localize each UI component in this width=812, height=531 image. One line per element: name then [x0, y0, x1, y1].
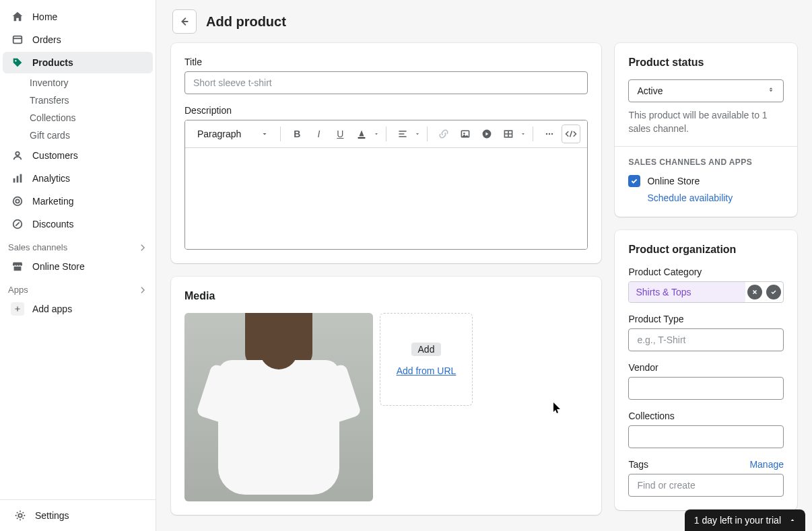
products-icon	[11, 56, 24, 69]
nav-add-apps-label: Add apps	[32, 304, 72, 314]
svg-point-1	[15, 60, 16, 61]
chevron-right-icon	[138, 285, 147, 295]
product-status-card: Product status Active This product will …	[615, 43, 797, 217]
confirm-category-button[interactable]	[766, 285, 781, 299]
title-label: Title	[184, 57, 588, 67]
trial-banner[interactable]: 1 day left in your trial	[685, 509, 805, 531]
description-editor: Paragraph B I U	[184, 120, 588, 250]
paragraph-dropdown[interactable]: Paragraph	[192, 126, 273, 142]
nav-transfers[interactable]: Transfers	[0, 92, 156, 109]
main-content: Add product Title Description P	[156, 0, 812, 531]
nav-home[interactable]: Home	[3, 6, 153, 28]
product-type-input[interactable]	[628, 328, 784, 351]
media-thumbnail[interactable]	[184, 313, 373, 501]
nav-orders[interactable]: Orders	[3, 29, 153, 50]
store-icon	[11, 260, 24, 273]
video-button[interactable]	[477, 125, 496, 143]
svg-point-9	[18, 514, 22, 517]
tags-input[interactable]	[628, 474, 784, 497]
status-select[interactable]: Active	[628, 79, 784, 102]
nav-home-label: Home	[32, 11, 57, 22]
category-label: Product Category	[628, 267, 784, 277]
product-status-heading: Product status	[628, 57, 784, 69]
nav-discounts-label: Discounts	[32, 219, 73, 229]
svg-rect-5	[20, 174, 22, 183]
nav-products[interactable]: Products	[3, 52, 153, 73]
svg-rect-0	[13, 36, 22, 44]
nav-online-store-label: Online Store	[32, 261, 85, 272]
svg-rect-4	[17, 176, 19, 182]
more-button[interactable]	[540, 125, 559, 143]
nav-add-apps[interactable]: Add apps	[3, 298, 153, 320]
svg-rect-3	[13, 178, 15, 182]
media-dropzone[interactable]: Add Add from URL	[380, 313, 473, 406]
orders-icon	[11, 33, 24, 46]
nav-settings-label: Settings	[35, 510, 69, 521]
online-store-checkbox[interactable]	[628, 175, 640, 187]
svg-point-12	[464, 133, 465, 134]
marketing-icon	[11, 194, 24, 208]
chevron-right-icon	[138, 243, 147, 252]
nav-customers-label: Customers	[32, 150, 78, 161]
sidebar: Home Orders Products Inventory Transfers…	[0, 0, 156, 531]
product-organization-card: Product organization Product Category Sh…	[615, 230, 797, 510]
nav-analytics[interactable]: Analytics	[3, 168, 153, 189]
caret-up-icon	[789, 517, 796, 524]
schedule-availability-link[interactable]: Schedule availability	[647, 192, 733, 203]
status-help-text: This product will be available to 1 sale…	[628, 109, 784, 135]
align-button[interactable]	[393, 125, 412, 143]
collections-input[interactable]	[628, 425, 784, 448]
link-button[interactable]	[434, 125, 453, 143]
svg-point-16	[549, 133, 550, 135]
italic-button[interactable]: I	[309, 125, 328, 143]
product-type-label: Product Type	[628, 314, 784, 324]
underline-button[interactable]: U	[331, 125, 349, 143]
trial-text: 1 day left in your trial	[694, 515, 781, 526]
add-from-url-link[interactable]: Add from URL	[397, 365, 456, 376]
caret-down-icon	[520, 131, 526, 137]
nav-marketing[interactable]: Marketing	[3, 190, 153, 212]
text-color-button[interactable]	[352, 125, 371, 143]
image-button[interactable]	[456, 125, 475, 143]
status-value: Active	[637, 85, 663, 96]
plus-square-icon	[11, 302, 24, 316]
clear-category-button[interactable]	[747, 285, 762, 299]
nav-collections[interactable]: Collections	[0, 109, 156, 127]
svg-rect-10	[358, 137, 366, 139]
add-media-button[interactable]: Add	[411, 343, 442, 356]
apps-header[interactable]: Apps	[0, 278, 156, 297]
media-card: Media Add	[171, 277, 601, 515]
online-store-label: Online Store	[647, 176, 700, 186]
nav-products-label: Products	[32, 57, 73, 68]
html-button[interactable]	[562, 125, 580, 143]
page-title: Add product	[206, 14, 286, 30]
category-value[interactable]: Shirts & Tops	[629, 282, 745, 302]
nav-customers[interactable]: Customers	[3, 145, 153, 166]
gear-icon	[13, 509, 27, 522]
caret-down-icon	[261, 131, 268, 137]
caret-down-icon	[415, 131, 420, 137]
apps-label: Apps	[8, 285, 28, 295]
vendor-label: Vendor	[628, 362, 784, 373]
title-description-card: Title Description Paragraph	[171, 43, 601, 263]
table-button[interactable]	[499, 125, 518, 143]
back-button[interactable]	[172, 9, 197, 34]
nav-discounts[interactable]: Discounts	[3, 213, 153, 235]
svg-point-7	[15, 199, 19, 203]
nav-inventory[interactable]: Inventory	[0, 74, 156, 92]
title-input[interactable]	[184, 71, 588, 94]
description-textarea[interactable]	[185, 148, 587, 249]
nav-settings[interactable]: Settings	[5, 505, 150, 526]
sales-channels-label: Sales channels	[8, 242, 67, 252]
nav-gift-cards[interactable]: Gift cards	[0, 127, 156, 144]
description-label: Description	[184, 105, 588, 116]
svg-point-6	[13, 197, 22, 206]
vendor-input[interactable]	[628, 377, 784, 400]
home-icon	[11, 10, 24, 24]
manage-tags-link[interactable]: Manage	[749, 459, 784, 470]
bold-button[interactable]: B	[287, 125, 306, 143]
product-organization-heading: Product organization	[628, 244, 784, 256]
caret-down-icon	[374, 131, 379, 137]
nav-online-store[interactable]: Online Store	[3, 256, 153, 277]
sales-channels-header[interactable]: Sales channels	[0, 236, 156, 255]
